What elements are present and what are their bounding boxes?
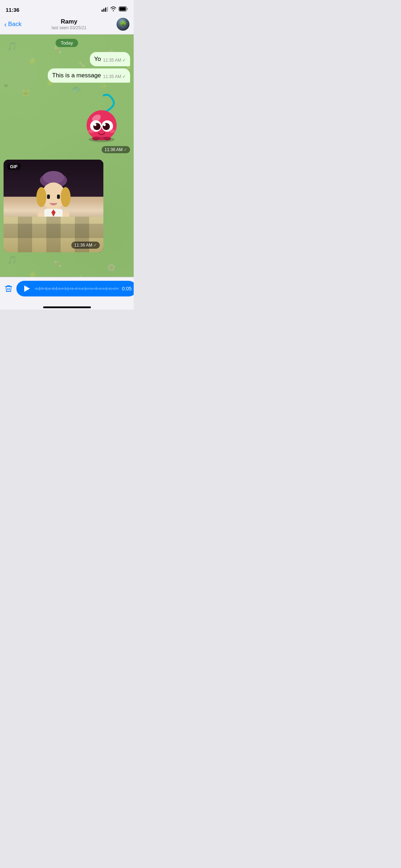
read-check-icon: ✓ xyxy=(122,57,126,63)
bubble-content: Yo 11:35 AM ✓ xyxy=(94,55,126,63)
battery-icon xyxy=(119,6,128,13)
svg-point-29 xyxy=(37,211,45,218)
svg-rect-0 xyxy=(102,10,103,12)
message-time: 11:35 AM xyxy=(103,74,121,80)
svg-rect-2 xyxy=(105,7,106,12)
gif-time-badge: 11:36 AM ✓ xyxy=(71,242,100,249)
messages-list: Yo 11:35 AM ✓ This is a message 11:35 AM… xyxy=(4,52,130,252)
message-row: This is a message 11:35 AM ✓ xyxy=(4,68,130,83)
svg-point-15 xyxy=(109,129,115,133)
bottom-bar: 0:05 ↑ xyxy=(0,277,134,304)
contact-name: Ramy xyxy=(21,18,117,25)
cherry-sticker-image xyxy=(73,88,130,145)
svg-rect-24 xyxy=(47,195,50,199)
message-bubble[interactable]: This is a message 11:35 AM ✓ xyxy=(48,68,130,83)
home-indicator xyxy=(0,304,134,310)
header-center: Ramy last seen 03/25/21 xyxy=(21,18,117,30)
trash-button[interactable] xyxy=(4,281,13,296)
bubble-meta: 11:35 AM ✓ xyxy=(103,74,126,80)
chat-header: ‹ Back Ramy last seen 03/25/21 xyxy=(0,16,134,35)
bubble-content: This is a message 11:35 AM ✓ xyxy=(52,71,126,80)
wifi-icon xyxy=(110,6,117,13)
avatar[interactable] xyxy=(117,18,129,31)
svg-rect-25 xyxy=(57,195,60,199)
bubble-meta: 11:35 AM ✓ xyxy=(103,57,126,63)
status-icons xyxy=(102,6,128,13)
signal-icon xyxy=(102,7,108,13)
message-bubble[interactable]: Yo 11:35 AM ✓ xyxy=(90,52,130,66)
status-bar: 11:36 xyxy=(0,0,134,16)
message-row: Yo 11:35 AM ✓ xyxy=(4,52,130,66)
sticker-message: 11:36 AM ✓ xyxy=(4,88,130,153)
back-label: Back xyxy=(8,21,22,28)
svg-point-23 xyxy=(61,187,71,207)
date-badge-text: Today xyxy=(56,39,78,47)
avatar-image xyxy=(117,18,129,31)
waveform xyxy=(35,285,118,292)
date-badge: Today xyxy=(4,39,130,47)
gif-check-icon: ✓ xyxy=(93,243,97,248)
svg-rect-28 xyxy=(43,220,64,228)
chat-area: Today Yo 11:35 AM ✓ This is a message xyxy=(0,35,134,277)
svg-point-12 xyxy=(94,123,96,126)
svg-rect-5 xyxy=(119,7,126,11)
sticker-check-icon: ✓ xyxy=(124,147,127,152)
play-button[interactable] xyxy=(21,284,31,294)
gif-time: 11:36 AM xyxy=(74,243,92,248)
sticker-time-badge: 11:36 AM ✓ xyxy=(102,146,130,153)
message-text: This is a message xyxy=(52,71,101,80)
home-bar xyxy=(43,306,91,308)
voice-duration: 0:05 xyxy=(122,286,132,291)
svg-rect-31 xyxy=(47,227,52,231)
svg-point-14 xyxy=(88,129,94,133)
play-icon xyxy=(24,285,30,292)
message-text: Yo xyxy=(94,55,101,63)
sticker-wrapper: 11:36 AM ✓ xyxy=(73,88,130,153)
svg-point-13 xyxy=(103,123,106,126)
voice-player-bar[interactable]: 0:05 xyxy=(16,281,134,296)
message-time: 11:35 AM xyxy=(103,57,121,63)
svg-point-30 xyxy=(62,211,70,218)
back-button[interactable]: ‹ Back xyxy=(4,21,21,28)
svg-point-20 xyxy=(43,171,64,184)
gif-label: GIF xyxy=(7,163,21,170)
trash-icon xyxy=(4,284,13,293)
svg-rect-3 xyxy=(107,7,108,12)
svg-point-22 xyxy=(36,187,46,207)
sticker-time: 11:36 AM xyxy=(104,147,123,152)
read-check-icon: ✓ xyxy=(122,74,126,80)
svg-point-18 xyxy=(89,137,115,142)
gif-message[interactable]: GIF xyxy=(4,160,103,252)
svg-rect-1 xyxy=(103,9,104,12)
svg-rect-32 xyxy=(55,227,60,231)
status-time: 11:36 xyxy=(6,7,19,13)
gif-visual xyxy=(4,160,103,252)
contact-status: last seen 03/25/21 xyxy=(21,25,117,30)
back-chevron-icon: ‹ xyxy=(4,21,7,28)
gif-message-row: GIF xyxy=(4,160,130,252)
